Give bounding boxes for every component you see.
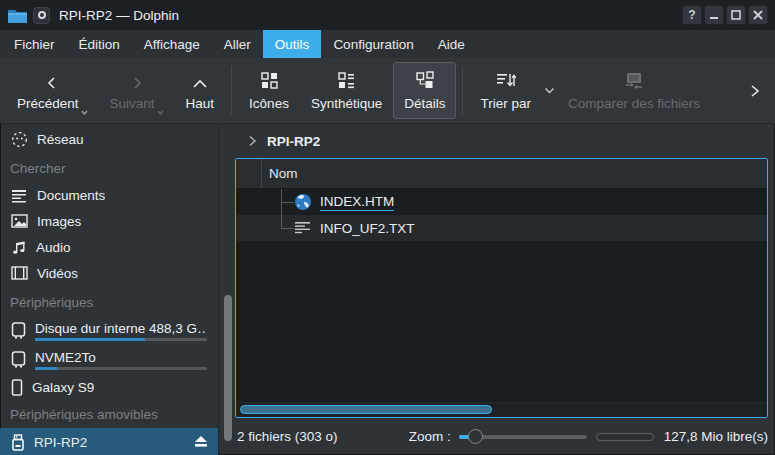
network-icon: [11, 131, 28, 148]
sidebar-item-documents[interactable]: Documents: [0, 182, 218, 208]
free-space-bar: [596, 433, 654, 441]
compare-files-icon: [623, 71, 645, 90]
file-name[interactable]: INFO_UF2.TXT: [320, 221, 415, 236]
details-view-icon: [415, 71, 435, 90]
file-row-info-uf2-txt[interactable]: INFO_UF2.TXT: [236, 215, 767, 241]
breadcrumb-location[interactable]: RPI-RP2: [267, 134, 320, 149]
up-button[interactable]: Haut: [175, 62, 226, 119]
chevron-right-icon: [130, 76, 144, 90]
menu-edition[interactable]: Édition: [67, 30, 132, 58]
breadcrumb: RPI-RP2: [235, 124, 775, 158]
breadcrumb-chevron-icon[interactable]: [248, 135, 257, 147]
toolbar: Précédent Suivant Haut Icônes: [0, 58, 775, 124]
toolbar-overflow-chevron-icon[interactable]: [749, 84, 761, 98]
menu-configuration[interactable]: Configuration: [321, 30, 425, 58]
zoom-slider[interactable]: [459, 429, 587, 445]
hard-drive-icon: [11, 322, 26, 339]
maximize-button[interactable]: [726, 5, 746, 25]
phone-icon: [11, 379, 23, 396]
menu-fichier[interactable]: Fichier: [2, 30, 67, 58]
chevron-down-icon: [157, 110, 164, 115]
close-button[interactable]: [748, 5, 768, 25]
window-title: RPI-RP2 — Dolphin: [59, 8, 179, 23]
sidebar-item-images[interactable]: Images: [0, 208, 218, 234]
disk-usage-bar: [35, 338, 207, 341]
compare-files-button[interactable]: Comparer des fichiers: [557, 62, 711, 119]
text-file-icon: [294, 220, 312, 236]
tree-branch-line: [281, 215, 282, 228]
eject-icon[interactable]: [193, 434, 209, 448]
document-icon: [11, 188, 28, 203]
sidebar-item-audio[interactable]: Audio: [0, 234, 218, 260]
chevron-left-icon: [45, 76, 59, 90]
sidebar-section-devices: Périphériques: [0, 286, 218, 316]
main-view-container: RPI-RP2 Nom INDEX.HTM: [235, 124, 775, 455]
sidebar-item-videos[interactable]: Vidéos: [0, 260, 218, 286]
hard-drive-icon: [11, 351, 26, 368]
sidebar-item-network[interactable]: Réseau: [0, 126, 218, 152]
help-button[interactable]: ?: [682, 5, 702, 25]
toolbar-separator: [231, 66, 232, 115]
menu-outils[interactable]: Outils: [263, 30, 322, 58]
tree-branch-line: [281, 228, 294, 229]
horizontal-scrollbar-thumb[interactable]: [240, 405, 492, 414]
music-note-icon: [11, 239, 27, 255]
image-icon: [11, 214, 28, 228]
usb-drive-icon: [11, 434, 25, 451]
view-empty-area: [236, 241, 767, 402]
places-panel: Réseau Chercher Documents Images: [0, 124, 218, 455]
maximize-icon: [731, 10, 741, 20]
menu-affichage[interactable]: Affichage: [132, 30, 212, 58]
toolbar-separator: [462, 66, 463, 115]
sort-icon: [496, 72, 516, 90]
chevron-up-icon: [192, 78, 208, 90]
minimize-button[interactable]: [704, 5, 724, 25]
sidebar-item-internal-disk[interactable]: Disque dur interne 488,3 G…: [0, 316, 218, 345]
chevron-down-icon[interactable]: [544, 87, 555, 94]
sidebar-section-removable: Périphériques amovibles: [0, 400, 218, 426]
close-icon: [753, 10, 763, 20]
zoom-slider-handle[interactable]: [468, 429, 483, 444]
sort-by-button[interactable]: Trier par: [469, 62, 542, 119]
horizontal-scrollbar[interactable]: [236, 402, 767, 417]
icons-view-icon: [260, 71, 279, 90]
sidebar-section-search: Chercher: [0, 152, 218, 182]
sidebar-item-galaxy-s9[interactable]: Galaxy S9: [0, 374, 218, 400]
forward-button[interactable]: Suivant: [99, 62, 175, 119]
menu-aide[interactable]: Aide: [426, 30, 477, 58]
column-header-row: Nom: [236, 159, 767, 189]
menu-aller[interactable]: Aller: [212, 30, 263, 58]
statusbar: 2 fichiers (303 o) Zoom : 127,8 Mio libr…: [235, 418, 775, 455]
folder-icon: [7, 7, 28, 24]
film-icon: [11, 266, 28, 280]
html-file-globe-icon: [294, 193, 312, 211]
minimize-icon: [709, 10, 719, 20]
free-space-label: 127,8 Mio libre(s): [664, 429, 768, 444]
sidebar-item-nvme[interactable]: NVME2To: [0, 345, 218, 374]
back-button[interactable]: Précédent: [6, 62, 99, 119]
tree-branch-line: [281, 202, 294, 203]
zoom-label: Zoom :: [409, 429, 451, 444]
disk-usage-bar: [35, 367, 207, 370]
panel-splitter[interactable]: [218, 124, 235, 455]
compact-view-button[interactable]: Synthétique: [300, 62, 393, 119]
titlebar[interactable]: RPI-RP2 — Dolphin ?: [0, 0, 775, 30]
chevron-down-icon: [81, 110, 88, 115]
menubar: Fichier Édition Affichage Aller Outils C…: [0, 30, 775, 58]
file-name[interactable]: INDEX.HTM: [320, 194, 394, 211]
sidebar-item-rpi-rp2[interactable]: RPI-RP2: [0, 428, 218, 455]
file-row-index-htm[interactable]: INDEX.HTM: [236, 189, 767, 215]
volume-icon: [33, 7, 50, 24]
dolphin-window: RPI-RP2 — Dolphin ? Fichier Édition Affi…: [0, 0, 775, 455]
column-header-nom[interactable]: Nom: [262, 166, 298, 181]
compact-view-icon: [337, 71, 356, 90]
file-count-summary: 2 fichiers (303 o): [237, 429, 338, 444]
expander-column: [236, 159, 262, 188]
icons-view-button[interactable]: Icônes: [238, 62, 300, 119]
file-view: Nom INDEX.HTM: [235, 158, 768, 418]
details-view-button[interactable]: Détails: [393, 62, 456, 119]
